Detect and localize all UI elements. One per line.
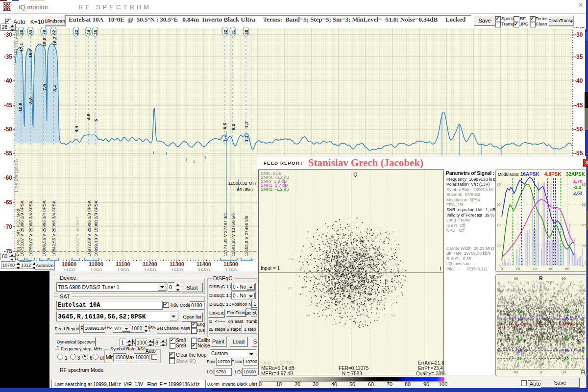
svg-text:-30: -30 [4,31,13,38]
svg-text:7,7: 7,7 [244,122,249,128]
svg-text:32APSK: 32APSK [566,172,586,177]
svg-text:6,5: 6,5 [222,122,227,129]
svg-text:20: 20 [582,244,586,248]
svg-text:32: 32 [517,337,522,342]
svg-text:+: + [563,322,565,327]
svg-text:16: 16 [517,317,522,321]
svg-text:40: 40 [582,223,586,227]
svg-text:6,2: 6,2 [230,124,236,130]
svg-text:11100: 11100 [116,261,130,267]
svg-text:1,1: 1,1 [244,135,249,142]
svg-text:20: 20 [516,267,520,271]
svg-text:0: 0 [540,370,542,374]
svg-text:11300: 11300 [170,261,184,267]
svg-text:10,5: 10,5 [18,102,23,112]
svg-text:8: 8 [570,322,572,327]
svg-text:11400: 11400 [196,261,211,267]
svg-text:11500: 11500 [223,261,238,267]
svg-text:11474,45 V 27497 3/4: 11474,45 V 27497 3/4 [223,213,228,256]
svg-text:4,8: 4,8 [86,114,91,120]
svg-text:16: 16 [564,348,569,353]
svg-text:82: 82 [51,30,56,35]
svg-text:-66 dBm: -66 dBm [235,187,253,192]
svg-text:Line Margin,dB: Line Margin,dB [14,159,19,192]
svg-text:11501,63 V 13750 5/6: 11501,63 V 13750 5/6 [231,213,236,256]
svg-text:83: 83 [28,30,33,35]
svg-text:-40: -40 [4,77,13,84]
svg-text:1,70: 1,70 [573,178,583,184]
svg-text:17,1: 17,1 [19,43,24,52]
svg-text:10806,56 V 29996 3/4 8PSK: 10806,56 V 29996 3/4 8PSK [42,200,47,256]
svg-text:100: 100 [497,289,503,293]
svg-text:25: 25 [93,30,98,35]
svg-text:32: 32 [564,356,569,361]
svg-text:90: 90 [562,370,566,374]
svg-text:15,8: 15,8 [42,38,47,47]
svg-text:-90: -90 [513,370,518,374]
svg-text:80: 80 [580,304,584,308]
svg-text:32: 32 [517,356,522,361]
svg-text:32: 32 [564,337,569,342]
svg-text:16,7: 16,7 [27,49,33,58]
svg-text:5: 5 [93,119,98,122]
svg-text:90: 90 [562,276,566,281]
svg-text:-65: -65 [4,199,13,206]
svg-text:11552,8 V 27496 5/6: 11552,8 V 27496 5/6 [244,216,249,256]
svg-text:-70: -70 [4,223,13,230]
svg-text:10759,07 V 29996 3/4 8PSK: 10759,07 V 29996 3/4 8PSK [28,200,33,256]
svg-text:-35: -35 [4,53,13,60]
svg-text:10842,55 V 29996 3/4 8PSK: 10842,55 V 29996 3/4 8PSK [51,200,56,256]
svg-text:4,4: 4,4 [74,125,79,132]
svg-text:10926,97 V 56790 ?: 10926,97 V 56790 ? [75,217,80,256]
svg-text:10972,89 V 29996 2/3 8PSK: 10972,89 V 29996 2/3 8PSK [87,200,92,256]
svg-text:-30: -30 [574,31,583,38]
svg-text:8: 8 [522,322,525,327]
svg-text:32: 32 [223,30,228,35]
svg-text:16: 16 [517,348,522,353]
svg-text:Fi: Fi [581,369,586,375]
svg-text:22: 22 [74,30,79,35]
svg-text:60: 60 [497,202,501,207]
svg-text:40: 40 [533,267,537,271]
svg-text:24: 24 [86,30,91,35]
svg-text:R: R [539,275,543,281]
svg-text:-1,2: -1,2 [573,184,581,190]
svg-text:11200: 11200 [143,261,157,267]
svg-text:-60: -60 [4,174,13,181]
svg-text:1: 1 [222,139,227,142]
svg-text:-40: -40 [574,77,583,84]
svg-text:32: 32 [564,309,569,314]
svg-text:10999,13 V 15000 2/3 8PSK: 10999,13 V 15000 2/3 8PSK [94,200,98,256]
svg-text:-90: -90 [513,276,518,281]
svg-text:11500,32 MH: 11500,32 MH [228,180,256,186]
svg-text:80: 80 [565,267,569,271]
svg-text:-35: -35 [574,53,583,60]
svg-text:4.8PSK: 4.8PSK [544,172,562,177]
svg-text:11000: 11000 [89,261,103,267]
svg-text:16,3: 16,3 [52,37,57,46]
svg-text:86: 86 [19,30,24,35]
svg-text:8,4: 8,4 [52,85,57,92]
svg-text:-45: -45 [4,102,13,109]
svg-text:80: 80 [497,182,501,187]
svg-text:0: 0 [582,264,584,268]
svg-text:16APSK: 16APSK [520,172,540,177]
svg-text:-45: -45 [574,102,583,109]
svg-text:16: 16 [564,317,569,321]
svg-text:38: 38 [244,30,249,35]
svg-text:2,53: 2,53 [573,190,583,196]
svg-text:10900: 10900 [62,261,77,267]
svg-text:31: 31 [231,30,236,35]
svg-text:100: 100 [580,289,586,293]
svg-text:32: 32 [517,309,522,314]
svg-text:8,8: 8,8 [28,98,33,104]
svg-text:Modulation:: Modulation: [498,172,519,177]
svg-text:10723,07 V 29996 2/3 8PSK: 10723,07 V 29996 2/3 8PSK [20,200,24,256]
svg-text:-50: -50 [4,126,13,133]
svg-text:-55: -55 [4,150,13,157]
svg-text:80: 80 [497,304,501,308]
svg-text:60: 60 [549,267,553,271]
svg-text:60: 60 [582,202,586,207]
svg-text:7,9: 7,9 [42,84,47,91]
svg-text:0: 0 [501,267,503,271]
